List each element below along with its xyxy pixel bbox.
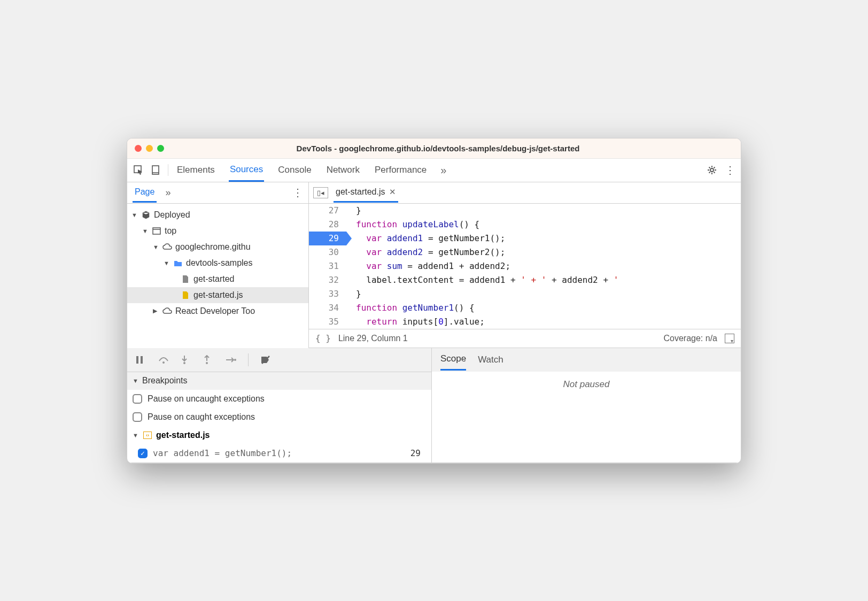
navigator-menu-icon[interactable]: ⋮ [292, 186, 303, 199]
cursor-position: Line 29, Column 1 [338, 334, 408, 343]
tree-folder[interactable]: ▼ devtools-samples [127, 255, 308, 271]
editor-statusbar: { } Line 29, Column 1 Coverage: n/a [309, 329, 741, 348]
tree-react-devtools[interactable]: ▶ React Developer Too [127, 303, 308, 319]
step-out-icon[interactable] [203, 355, 214, 365]
svg-point-8 [162, 361, 165, 364]
pause-caught-row[interactable]: Pause on caught exceptions [127, 408, 431, 426]
panel-tabs: Elements Sources Console Network Perform… [176, 159, 707, 182]
coverage-label: Coverage: n/a [663, 334, 717, 343]
tree-deployed[interactable]: ▼ Deployed [127, 207, 308, 223]
svg-rect-7 [141, 356, 143, 364]
device-toggle-icon[interactable] [150, 164, 161, 176]
svg-point-12 [206, 362, 208, 364]
svg-point-14 [234, 359, 236, 361]
cloud-icon [162, 307, 172, 315]
close-tab-icon[interactable]: ✕ [389, 187, 396, 197]
close-window-button[interactable] [135, 145, 142, 152]
devtools-window: DevTools - googlechrome.github.io/devtoo… [127, 138, 741, 464]
maximize-window-button[interactable] [157, 145, 164, 152]
debugger-pane: ▼ Breakpoints Pause on uncaught exceptio… [127, 348, 741, 463]
minimize-window-button[interactable] [146, 145, 153, 152]
step-icon[interactable] [226, 356, 236, 364]
tab-console[interactable]: Console [277, 159, 312, 181]
document-icon [181, 275, 190, 283]
svg-point-3 [710, 168, 714, 172]
step-into-icon[interactable] [181, 355, 191, 365]
tree-file-js[interactable]: get-started.js [127, 287, 308, 303]
breakpoint-entry[interactable]: ✓ var addend1 = getNumber1(); 29 [127, 444, 431, 463]
toggle-navigator-icon[interactable]: ▯◂ [313, 187, 328, 198]
checkbox-unchecked[interactable] [133, 412, 142, 422]
pause-icon[interactable] [136, 356, 146, 364]
page-tab[interactable]: Page [133, 183, 157, 203]
kebab-menu-icon[interactable]: ⋮ [725, 164, 735, 176]
breakpoints-section[interactable]: ▼ Breakpoints [127, 372, 431, 390]
script-icon: ‹› [143, 432, 152, 439]
pretty-print-icon[interactable]: { } [315, 333, 331, 343]
svg-rect-4 [153, 228, 160, 234]
main-toolbar: Elements Sources Console Network Perform… [127, 159, 741, 182]
folder-icon [173, 259, 183, 267]
tree-file-html[interactable]: get-started [127, 271, 308, 287]
tab-network[interactable]: Network [326, 159, 361, 181]
deactivate-breakpoints-icon[interactable] [260, 355, 271, 365]
inspect-element-icon[interactable] [133, 164, 144, 176]
pause-uncaught-row[interactable]: Pause on uncaught exceptions [127, 390, 431, 408]
tab-elements[interactable]: Elements [176, 159, 216, 181]
cube-icon [141, 211, 151, 219]
svg-point-10 [183, 362, 185, 364]
debug-controls [127, 348, 431, 372]
scope-watch-tabs: Scope Watch [432, 348, 741, 372]
titlebar: DevTools - googlechrome.github.io/devtoo… [127, 138, 741, 159]
scope-tab[interactable]: Scope [440, 349, 466, 371]
navigator-sidebar: Page » ⋮ ▼ Deployed ▼ top ▼ goog [127, 182, 309, 348]
tree-origin[interactable]: ▼ googlechrome.githu [127, 239, 308, 255]
coverage-toggle-icon[interactable] [725, 334, 734, 343]
frame-icon [152, 227, 161, 235]
file-tree: ▼ Deployed ▼ top ▼ googlechrome.githu ▼ [127, 204, 308, 322]
not-paused-message: Not paused [432, 372, 741, 397]
more-tabs-icon[interactable]: » [440, 164, 446, 176]
svg-rect-6 [136, 356, 138, 364]
step-over-icon[interactable] [158, 356, 169, 364]
checkbox-unchecked[interactable] [133, 394, 142, 404]
file-tab[interactable]: get-started.js ✕ [334, 183, 398, 203]
tab-performance[interactable]: Performance [374, 159, 428, 181]
more-navigator-tabs-icon[interactable]: » [165, 187, 170, 198]
checkbox-checked[interactable]: ✓ [138, 449, 148, 458]
tab-sources[interactable]: Sources [229, 159, 264, 182]
cloud-icon [162, 243, 172, 251]
breakpoint-file-row[interactable]: ▼ ‹› get-started.js [127, 426, 431, 444]
file-tab-name: get-started.js [336, 187, 385, 197]
tree-top[interactable]: ▼ top [127, 223, 308, 239]
js-file-icon [181, 291, 190, 299]
window-title: DevTools - googlechrome.github.io/devtoo… [164, 144, 733, 153]
settings-icon[interactable] [707, 165, 717, 175]
code-editor[interactable]: 272829303132333435 }function updateLabel… [309, 204, 741, 329]
editor-pane: ▯◂ get-started.js ✕ 272829303132333435 }… [309, 182, 741, 348]
watch-tab[interactable]: Watch [478, 355, 503, 365]
window-controls [135, 145, 164, 152]
